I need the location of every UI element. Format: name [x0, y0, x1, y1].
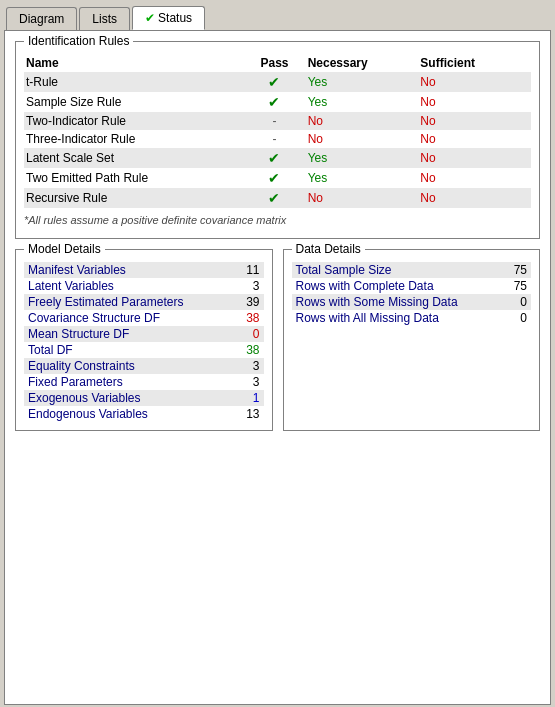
data-detail-label: Total Sample Size: [292, 262, 498, 278]
data-detail-label: Rows with Complete Data: [292, 278, 498, 294]
table-row: Three-Indicator Rule-NoNo: [24, 130, 531, 148]
col-header-name: Name: [24, 54, 249, 72]
tab-lists-label: Lists: [92, 12, 117, 26]
data-details-legend: Data Details: [292, 242, 365, 256]
dash-icon: -: [272, 132, 276, 146]
model-detail-label: Exogenous Variables: [24, 390, 228, 406]
list-item: Rows with Complete Data75: [292, 278, 532, 294]
rule-sufficient: No: [418, 112, 531, 130]
rule-necessary: Yes: [306, 92, 419, 112]
check-icon: ✔: [268, 74, 280, 90]
model-details-section: Model Details Manifest Variables11Latent…: [15, 249, 273, 431]
check-icon: ✔: [268, 94, 280, 110]
rule-necessary: Yes: [306, 148, 419, 168]
tab-status[interactable]: ✔Status: [132, 6, 205, 30]
model-detail-label: Endogenous Variables: [24, 406, 228, 422]
data-details-section: Data Details Total Sample Size75Rows wit…: [283, 249, 541, 431]
tab-diagram[interactable]: Diagram: [6, 7, 77, 30]
rule-name: Two Emitted Path Rule: [24, 168, 249, 188]
rule-pass: ✔: [249, 168, 305, 188]
model-detail-value: 3: [228, 358, 263, 374]
rule-name: Three-Indicator Rule: [24, 130, 249, 148]
model-details-legend: Model Details: [24, 242, 105, 256]
tab-lists[interactable]: Lists: [79, 7, 130, 30]
data-detail-label: Rows with Some Missing Data: [292, 294, 498, 310]
list-item: Mean Structure DF0: [24, 326, 264, 342]
table-row: Latent Scale Set✔YesNo: [24, 148, 531, 168]
rule-name: Sample Size Rule: [24, 92, 249, 112]
list-item: Rows with All Missing Data0: [292, 310, 532, 326]
table-row: Recursive Rule✔NoNo: [24, 188, 531, 208]
data-detail-label: Rows with All Missing Data: [292, 310, 498, 326]
rule-pass: -: [249, 112, 305, 130]
rule-necessary: Yes: [306, 168, 419, 188]
model-detail-value: 38: [228, 342, 263, 358]
model-detail-value: 13: [228, 406, 263, 422]
data-details-table: Total Sample Size75Rows with Complete Da…: [292, 262, 532, 326]
model-detail-label: Covariance Structure DF: [24, 310, 228, 326]
tab-status-label: Status: [158, 11, 192, 25]
list-item: Equality Constraints3: [24, 358, 264, 374]
list-item: Total Sample Size75: [292, 262, 532, 278]
rule-name: t-Rule: [24, 72, 249, 92]
model-detail-label: Fixed Parameters: [24, 374, 228, 390]
data-detail-value: 75: [497, 262, 531, 278]
model-details-table: Manifest Variables11Latent Variables3Fre…: [24, 262, 264, 422]
model-detail-value: 1: [228, 390, 263, 406]
col-header-necessary: Necessary: [306, 54, 419, 72]
rule-name: Latent Scale Set: [24, 148, 249, 168]
data-detail-value: 75: [497, 278, 531, 294]
col-header-sufficient: Sufficient: [418, 54, 531, 72]
status-check-icon: ✔: [145, 11, 155, 25]
tab-diagram-label: Diagram: [19, 12, 64, 26]
rule-sufficient: No: [418, 188, 531, 208]
list-item: Endogenous Variables13: [24, 406, 264, 422]
data-detail-value: 0: [497, 310, 531, 326]
model-detail-label: Total DF: [24, 342, 228, 358]
model-detail-value: 38: [228, 310, 263, 326]
data-detail-value: 0: [497, 294, 531, 310]
model-detail-value: 39: [228, 294, 263, 310]
table-row: Sample Size Rule✔YesNo: [24, 92, 531, 112]
dash-icon: -: [272, 114, 276, 128]
rule-necessary: Yes: [306, 72, 419, 92]
identification-rules-legend: Identification Rules: [24, 34, 133, 48]
tab-bar: Diagram Lists ✔Status: [0, 0, 555, 30]
rule-name: Recursive Rule: [24, 188, 249, 208]
rule-name: Two-Indicator Rule: [24, 112, 249, 130]
model-detail-value: 11: [228, 262, 263, 278]
model-detail-label: Latent Variables: [24, 278, 228, 294]
rule-sufficient: No: [418, 72, 531, 92]
identification-rules-section: Identification Rules Name Pass Necessary…: [15, 41, 540, 239]
list-item: Latent Variables3: [24, 278, 264, 294]
model-detail-value: 3: [228, 374, 263, 390]
model-detail-value: 3: [228, 278, 263, 294]
table-row: Two Emitted Path Rule✔YesNo: [24, 168, 531, 188]
identification-rules-table: Name Pass Necessary Sufficient t-Rule✔Ye…: [24, 54, 531, 208]
col-header-pass: Pass: [249, 54, 305, 72]
table-row: t-Rule✔YesNo: [24, 72, 531, 92]
rule-sufficient: No: [418, 130, 531, 148]
model-detail-label: Equality Constraints: [24, 358, 228, 374]
identification-note: *All rules assume a positive definite co…: [24, 214, 531, 226]
rule-sufficient: No: [418, 148, 531, 168]
check-icon: ✔: [268, 150, 280, 166]
list-item: Rows with Some Missing Data0: [292, 294, 532, 310]
list-item: Covariance Structure DF38: [24, 310, 264, 326]
rule-pass: ✔: [249, 72, 305, 92]
list-item: Freely Estimated Parameters39: [24, 294, 264, 310]
rule-necessary: No: [306, 112, 419, 130]
model-detail-value: 0: [228, 326, 263, 342]
table-row: Two-Indicator Rule-NoNo: [24, 112, 531, 130]
rule-pass: -: [249, 130, 305, 148]
model-detail-label: Mean Structure DF: [24, 326, 228, 342]
check-icon: ✔: [268, 190, 280, 206]
rule-sufficient: No: [418, 168, 531, 188]
model-detail-label: Manifest Variables: [24, 262, 228, 278]
list-item: Manifest Variables11: [24, 262, 264, 278]
list-item: Exogenous Variables1: [24, 390, 264, 406]
rule-sufficient: No: [418, 92, 531, 112]
rule-pass: ✔: [249, 188, 305, 208]
list-item: Total DF38: [24, 342, 264, 358]
details-row: Model Details Manifest Variables11Latent…: [15, 249, 540, 441]
